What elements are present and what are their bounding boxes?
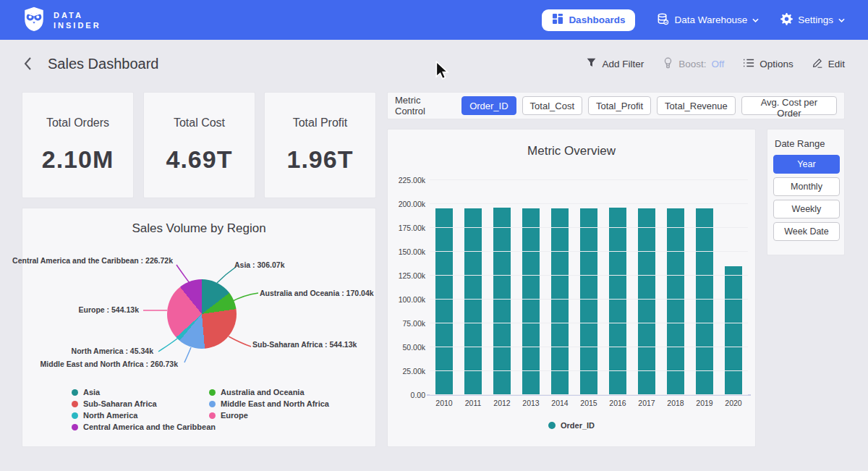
nav-dashboards-button[interactable]: Dashboards <box>542 9 635 31</box>
date-range-weekly[interactable]: Weekly <box>773 200 840 218</box>
date-range-monthly[interactable]: Monthly <box>773 177 840 196</box>
chart-title: Metric Overview <box>388 144 755 158</box>
gridline <box>430 275 748 276</box>
metric-chip-total-revenue[interactable]: Total_Revenue <box>657 96 736 115</box>
legend-dot <box>72 424 78 430</box>
x-tick-label: 2017 <box>632 399 661 407</box>
date-range-buttons: YearMonthlyWeeklyWeek Date <box>773 155 838 241</box>
metric-chip-order-id[interactable]: Order_ID <box>461 96 516 115</box>
nav-settings-menu[interactable]: Settings <box>780 13 845 27</box>
kpi-label: Total Cost <box>174 116 225 130</box>
pie-callout-sub-saharan-africa: Sub-Saharan Africa : 544.13k <box>252 340 357 349</box>
gridline <box>430 251 748 252</box>
boost-state: Off <box>711 59 724 69</box>
pie-legend-item-australia-and-oceania: Australia and Oceania <box>209 386 329 398</box>
kpi-value: 1.96T <box>287 145 354 174</box>
y-tick-label: 150.00k <box>391 247 425 256</box>
options-button[interactable]: Options <box>743 58 793 70</box>
x-tick-label: 2010 <box>430 399 459 407</box>
legend-label: Sub-Saharan Africa <box>83 399 157 408</box>
back-button[interactable] <box>23 56 32 71</box>
date-range-year[interactable]: Year <box>773 155 840 174</box>
date-range-title: Date Range <box>775 138 838 149</box>
bar-chart-plot: 0.0025.00k50.00k75.00k100.00k125.00k150.… <box>430 180 748 395</box>
x-tick-label: 2012 <box>488 399 516 407</box>
bar-series <box>430 180 748 395</box>
y-tick-label: 100.00k <box>391 295 425 304</box>
dashboards-grid-icon <box>552 13 563 27</box>
legend-dot <box>209 412 216 419</box>
legend-dot <box>72 401 78 407</box>
boost-balloon-icon <box>663 57 673 71</box>
bar-2012 <box>493 208 511 395</box>
pie-legend-item-middle-east-and-north-africa: Middle East and North Africa <box>209 398 329 410</box>
pencil-icon <box>812 57 823 70</box>
legend-dot <box>72 412 78 419</box>
brand[interactable]: DATA INSIDER <box>22 6 101 35</box>
legend-label: Central America and the Caribbean <box>83 423 216 431</box>
bar-2019 <box>696 208 713 395</box>
date-range-week-date[interactable]: Week Date <box>773 222 840 241</box>
legend-label: Middle East and North Africa <box>221 399 329 408</box>
bar-2017 <box>638 208 655 395</box>
y-tick-label: 225.00k <box>391 176 425 184</box>
x-tick-label: 2016 <box>603 399 632 407</box>
pie-callout-central-america-and-the-caribbean: Central America and the Caribbean : 226.… <box>12 256 173 265</box>
y-tick-label: 50.00k <box>391 343 425 352</box>
legend-label: Order_ID <box>561 421 595 430</box>
x-axis-labels: 2010201120122013201420152016201720182019… <box>430 399 748 407</box>
pie-legend-item-europe: Europe <box>209 410 329 421</box>
pie-legend-item-sub-saharan-africa: Sub-Saharan Africa <box>72 398 216 410</box>
y-tick-label: 175.00k <box>391 224 425 232</box>
kpi-value: 2.10M <box>42 145 114 174</box>
bar-2010 <box>435 208 453 395</box>
bar-2015 <box>580 208 597 395</box>
navbar-menu: Dashboards Data Warehouse <box>542 9 845 31</box>
gear-icon <box>780 13 793 27</box>
pie-legend-column-2: Australia and OceaniaMiddle East and Nor… <box>209 386 329 421</box>
pie-callout-middle-east-and-north-africa: Middle East and North Africa : 260.73k <box>41 360 178 368</box>
metric-chip-total-cost[interactable]: Total_Cost <box>522 96 582 115</box>
bar-2018 <box>667 208 684 395</box>
dashboard-header: Sales Dashboard Add Filter Boost: Off <box>0 40 868 88</box>
y-tick-label: 0.00 <box>391 391 425 399</box>
pie-callout-australia-and-oceania: Australia and Oceania : 170.04k <box>260 289 374 297</box>
nav-data-warehouse-menu[interactable]: Data Warehouse <box>657 13 759 27</box>
bar-2020 <box>725 266 742 395</box>
bar-2014 <box>551 208 569 395</box>
database-icon <box>657 13 669 27</box>
legend-label: Asia <box>83 388 100 396</box>
pie-callout-asia: Asia : 306.07k <box>234 260 284 269</box>
chevron-down-icon <box>752 18 759 22</box>
pie-legend-column-1: AsiaSub-Saharan AfricaNorth AmericaCentr… <box>72 386 216 433</box>
x-tick-label: 2018 <box>661 399 690 407</box>
kpi-card-total-profit: Total Profit 1.96T <box>264 92 376 198</box>
gridline <box>430 179 748 180</box>
sales-dashboard-page: DATA INSIDER Dashboards <box>0 0 868 471</box>
brand-name: DATA INSIDER <box>54 10 101 30</box>
kpi-label: Total Orders <box>46 116 109 130</box>
gridline <box>430 203 748 204</box>
metric-chip-avg-cost-per-order[interactable]: Avg. Cost per Order <box>741 96 837 115</box>
legend-dot <box>209 401 216 407</box>
bar-2016 <box>609 208 626 395</box>
edit-button[interactable]: Edit <box>812 57 845 70</box>
legend-label: North America <box>83 411 137 420</box>
pie-callout-europe: Europe : 544.13k <box>79 305 139 314</box>
add-filter-button[interactable]: Add Filter <box>586 57 644 70</box>
owl-logo-icon <box>22 6 46 35</box>
y-tick-label: 75.00k <box>391 319 425 328</box>
pie-callout-north-america: North America : 45.34k <box>72 347 153 355</box>
legend-label: Europe <box>221 411 248 420</box>
legend-dot <box>72 389 78 396</box>
x-tick-label: 2015 <box>574 399 603 407</box>
metric-chip-total-profit[interactable]: Total_Profit <box>588 96 651 115</box>
y-tick-label: 25.00k <box>391 367 425 375</box>
sales-volume-pie-card: Sales Volume by Region Asia : 306.07kAus… <box>22 208 376 447</box>
boost-toggle[interactable]: Boost: Off <box>663 57 724 71</box>
gridline <box>430 347 748 347</box>
x-tick-label: 2013 <box>516 399 545 407</box>
gridline <box>430 299 748 300</box>
x-tick-label: 2019 <box>690 399 719 407</box>
filter-funnel-icon <box>586 57 597 70</box>
